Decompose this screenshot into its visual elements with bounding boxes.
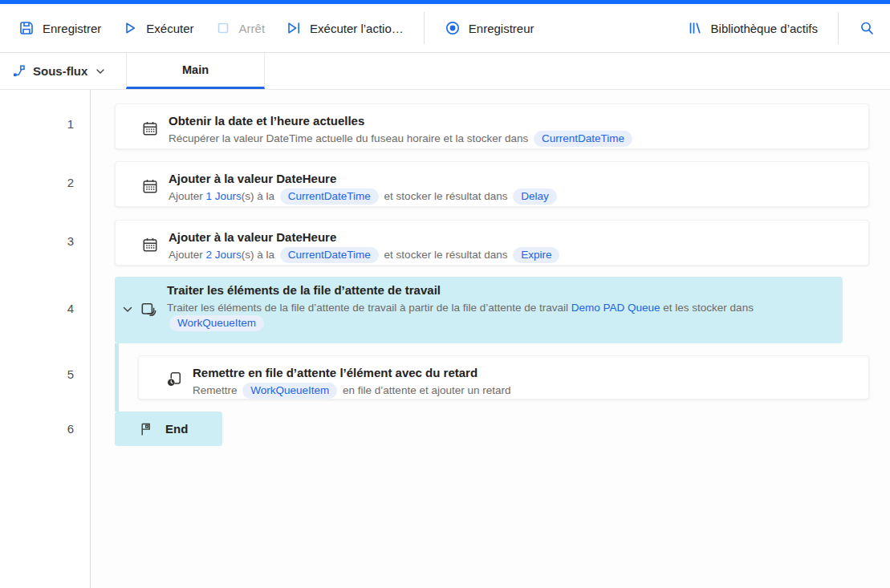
variable-pill: CurrentDateTime [280,189,379,205]
save-icon [18,20,35,36]
parameter-link: Demo PAD Queue [571,302,660,314]
action-text: Obtenir la date et l’heure actuellesRécu… [169,112,635,147]
end-block-label: End [165,422,188,436]
subflow-selector-label: Sous-flux [33,64,87,78]
variable-pill: WorkQueueItem [169,315,264,331]
end-block[interactable]: End [115,412,222,446]
action-row-2[interactable]: Ajouter à la valeur DateHeureAjouter 1 J… [115,161,869,207]
record-icon [445,20,461,36]
play-step-icon [286,20,302,36]
action-row-5[interactable]: Remettre en file d’attente l’élément ave… [138,355,869,399]
save-button-label: Enregistrer [43,22,101,35]
subflow-tab-bar: Sous-flux Main [0,53,890,90]
line-number-gutter [0,90,91,588]
action-text: Ajouter à la valeur DateHeureAjouter 2 J… [169,228,562,263]
action-title: Ajouter à la valeur DateHeure [169,171,559,187]
variable-pill: CurrentDateTime [280,247,379,263]
description-text: Ajouter [169,190,206,202]
description-text: (s) à la [242,190,278,202]
action-title: Traiter les éléments de la file d’attent… [167,282,809,298]
variable-pill: WorkQueueItem [242,383,337,399]
recorder-button-label: Enregistreur [469,22,534,35]
variable-pill: CurrentDateTime [534,131,632,147]
description-text: Remettre [193,384,240,396]
line-number: 2 [0,176,74,189]
search-button[interactable] [848,14,885,43]
stop-button[interactable]: Arrêt [205,14,276,43]
action-row-4[interactable]: Traiter les éléments de la file d’attent… [115,277,843,343]
description-text: Ajouter [169,249,206,261]
toolbar: Enregistrer Exécuter Arrêt Exécuter l’ac… [0,4,890,53]
action-text: Remettre en file d’attente l’élément ave… [193,363,510,399]
description-text: en file d’attente et ajouter un retard [339,384,510,396]
selected-block-stripe [115,343,119,412]
run-button-label: Exécuter [146,22,193,35]
action-row-1[interactable]: Obtenir la date et l’heure actuellesRécu… [115,103,869,149]
action-description: Traiter les éléments de la file d’attent… [167,300,809,331]
run-next-action-button-label: Exécuter l’actio… [310,22,404,35]
variable-pill: Expire [513,247,559,263]
save-button[interactable]: Enregistrer [8,14,112,43]
search-icon [859,20,875,36]
tab-main-label: Main [182,63,209,76]
library-icon [687,20,703,36]
stop-icon [215,20,231,36]
line-number: 4 [0,302,74,315]
parameter-link: 2 Jours [206,249,242,261]
action-description: Ajouter 1 Jours(s) à la CurrentDateTime … [169,189,559,205]
line-number: 3 [0,234,74,248]
description-text: Traiter les éléments de la file d’attent… [167,302,571,314]
action-text: Ajouter à la valeur DateHeureAjouter 1 J… [169,169,559,205]
description-text: Récupérer la valeur DateTime actuelle du… [169,132,531,144]
action-title: Obtenir la date et l’heure actuelles [169,113,635,129]
line-number: 1 [0,117,74,131]
chevron-down-icon [95,66,106,77]
run-next-action-button[interactable]: Exécuter l’actio… [275,14,414,43]
action-description: Remettre WorkQueueItem en file d’attente… [193,383,510,399]
run-button[interactable]: Exécuter [112,14,204,43]
parameter-link: 1 Jours [206,190,242,202]
action-text: Traiter les éléments de la file d’attent… [167,281,809,331]
variable-pill: Delay [513,189,557,205]
subflow-icon [12,64,26,78]
tab-main[interactable]: Main [126,53,265,89]
asset-library-button[interactable]: Bibliothèque d’actifs [677,14,828,43]
stop-button-label: Arrêt [239,22,266,35]
recorder-button[interactable]: Enregistreur [434,14,545,43]
action-description: Ajouter 2 Jours(s) à la CurrentDateTime … [169,247,562,263]
description-text: et stocker le résultat dans [381,249,510,261]
description-text: (s) à la [242,249,278,261]
play-icon [122,20,138,36]
line-number: 5 [0,367,74,381]
description-text: et les stocker dans [660,302,754,314]
action-row-3[interactable]: Ajouter à la valeur DateHeureAjouter 2 J… [115,220,869,266]
subflow-selector[interactable]: Sous-flux [0,53,126,89]
toolbar-divider [424,12,425,44]
action-title: Ajouter à la valeur DateHeure [169,229,562,245]
action-description: Récupérer la valeur DateTime actuelle du… [169,131,635,147]
action-title: Remettre en file d’attente l’élément ave… [193,365,510,381]
toolbar-divider [838,12,839,44]
description-text: et stocker le résultat dans [381,190,510,202]
asset-library-button-label: Bibliothèque d’actifs [711,22,818,35]
flow-designer-window: Enregistrer Exécuter Arrêt Exécuter l’ac… [0,0,890,588]
line-number: 6 [0,422,74,436]
